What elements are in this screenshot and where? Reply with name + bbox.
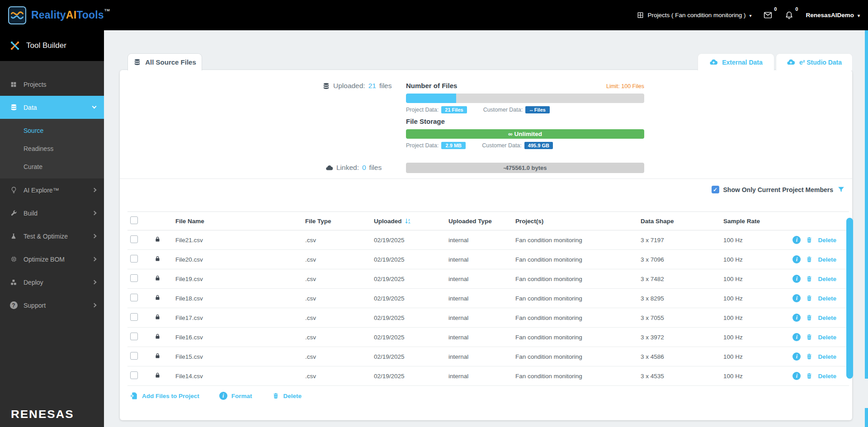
info-icon[interactable]: i — [793, 372, 801, 380]
delete-selected-button[interactable]: Delete — [272, 392, 302, 399]
messages-button[interactable]: 0 — [763, 10, 773, 20]
info-icon[interactable]: i — [793, 294, 801, 302]
sidebar-subitem-readiness[interactable]: Readiness — [0, 140, 104, 158]
row-checkbox[interactable] — [130, 294, 138, 301]
notifications-button[interactable]: 0 — [784, 10, 794, 20]
file-name-cell: File21.csv — [167, 237, 297, 244]
main-content: All Source Files External Data e² Studio… — [104, 30, 868, 427]
grid-icon — [637, 11, 644, 19]
col-uploaded[interactable]: Uploaded — [366, 218, 440, 225]
sidebar-item-projects[interactable]: Projects — [0, 73, 104, 96]
info-icon[interactable]: i — [793, 255, 801, 263]
trash-icon[interactable] — [806, 236, 813, 244]
projects-cell: Fan condition monitoring — [507, 373, 632, 380]
question-icon: ? — [9, 301, 18, 309]
row-delete-button[interactable]: Delete — [818, 373, 836, 380]
external-data-button[interactable]: External Data — [698, 53, 774, 70]
trash-icon[interactable] — [806, 372, 813, 380]
sidebar-subitem-curate[interactable]: Curate — [0, 158, 104, 176]
table-row: File14.csv .csv 02/19/2025 internal Fan … — [127, 366, 849, 386]
sample-rate-cell: 100 Hz — [715, 314, 785, 321]
info-icon[interactable]: i — [793, 236, 801, 244]
trash-icon[interactable] — [806, 314, 813, 321]
scrollbar-thumb[interactable] — [865, 408, 868, 427]
e2-studio-data-button[interactable]: e² Studio Data — [776, 53, 853, 70]
linked-count-line: Linked: 0 files — [326, 164, 382, 172]
file-type-cell: .csv — [297, 353, 366, 360]
info-icon[interactable]: i — [793, 314, 801, 322]
row-delete-button[interactable]: Delete — [818, 314, 836, 321]
info-icon[interactable]: i — [793, 352, 801, 361]
lock-icon — [154, 314, 161, 322]
sidebar-item-data[interactable]: Data — [0, 96, 104, 119]
sidebar-item-deploy[interactable]: Deploy — [0, 271, 104, 294]
sort-descending-icon — [405, 218, 411, 225]
trash-icon[interactable] — [806, 256, 813, 263]
show-members-checkbox[interactable]: ✓ — [712, 186, 719, 193]
projects-menu[interactable]: Projects ( Fan condition monitoring ) ▾ — [637, 11, 752, 19]
row-checkbox[interactable] — [130, 313, 138, 321]
sidebar-item-support[interactable]: ? Support — [0, 294, 104, 317]
row-delete-button[interactable]: Delete — [818, 295, 836, 302]
row-checkbox[interactable] — [130, 371, 138, 379]
data-shape-cell: 3 x 4535 — [632, 373, 715, 380]
filter-icon[interactable] — [837, 186, 845, 193]
scrollbar-thumb[interactable] — [865, 30, 868, 379]
tool-builder-header[interactable]: Tool Builder — [0, 30, 104, 61]
uploaded-type-cell: internal — [440, 314, 507, 321]
projects-menu-label: Projects ( Fan condition monitoring ) — [648, 12, 746, 19]
tab-all-source-files[interactable]: All Source Files — [127, 53, 202, 70]
file-storage-block: File Storage ∞ Unlimited Project Data: 2… — [406, 117, 644, 149]
row-delete-button[interactable]: Delete — [818, 353, 836, 360]
user-menu[interactable]: RenesasAIDemo ▾ — [806, 12, 860, 19]
lock-icon — [154, 333, 161, 341]
row-checkbox[interactable] — [130, 235, 138, 243]
col-uploaded-type: Uploaded Type — [440, 218, 507, 225]
row-delete-button[interactable]: Delete — [818, 256, 836, 263]
row-checkbox[interactable] — [130, 333, 138, 340]
trash-icon[interactable] — [806, 295, 813, 302]
file-name-cell: File15.csv — [167, 353, 297, 360]
col-projects: Project(s) — [507, 218, 632, 225]
data-shape-cell: 3 x 7096 — [632, 256, 715, 263]
files-progress-bar — [406, 94, 644, 103]
row-delete-button[interactable]: Delete — [818, 276, 836, 282]
window-scrollbar[interactable] — [865, 30, 868, 427]
data-shape-cell: 3 x 3972 — [632, 334, 715, 341]
format-button[interactable]: i Format — [219, 392, 252, 400]
uploaded-type-cell: internal — [440, 256, 507, 263]
sample-rate-cell: 100 Hz — [715, 373, 785, 380]
sidebar-item-build[interactable]: Build — [0, 202, 104, 225]
info-icon[interactable]: i — [793, 333, 801, 341]
row-delete-button[interactable]: Delete — [818, 334, 836, 341]
table-row: File20.csv .csv 02/19/2025 internal Fan … — [127, 250, 849, 269]
customer-storage-badge: 495.9 GB — [524, 142, 553, 149]
chevron-right-icon — [92, 188, 97, 192]
data-submenu: Source Readiness Curate — [0, 119, 104, 178]
sidebar-subitem-source[interactable]: Source — [0, 122, 104, 140]
table-row: File16.csv .csv 02/19/2025 internal Fan … — [127, 328, 849, 347]
file-type-cell: .csv — [297, 237, 366, 244]
row-checkbox[interactable] — [130, 352, 138, 360]
row-delete-button[interactable]: Delete — [818, 237, 836, 244]
add-files-to-project-button[interactable]: Add Files to Project — [130, 392, 199, 400]
app-logo[interactable]: RealityAIToolsTM — [8, 6, 110, 24]
file-type-cell: .csv — [297, 334, 366, 341]
sidebar-item-test-optimize[interactable]: Test & Optimize — [0, 225, 104, 248]
sample-rate-cell: 100 Hz — [715, 237, 785, 244]
file-type-cell: .csv — [297, 295, 366, 302]
row-checkbox[interactable] — [130, 274, 138, 282]
info-icon[interactable]: i — [793, 275, 801, 283]
bytes-bar: -475561.0 bytes — [406, 163, 644, 173]
trash-icon[interactable] — [806, 275, 813, 282]
uploaded-cell: 02/19/2025 — [366, 295, 440, 302]
trash-icon[interactable] — [806, 333, 813, 341]
row-checkbox[interactable] — [130, 255, 138, 263]
lock-icon — [154, 255, 161, 263]
select-all-checkbox[interactable] — [130, 216, 138, 224]
sidebar-item-optimize-bom[interactable]: Optimize BOM — [0, 248, 104, 271]
trash-icon[interactable] — [806, 353, 813, 360]
sidebar-item-ai-explore[interactable]: AI Explore™ — [0, 178, 104, 202]
projects-cell: Fan condition monitoring — [507, 295, 632, 302]
table-scrollbar[interactable] — [846, 218, 853, 379]
